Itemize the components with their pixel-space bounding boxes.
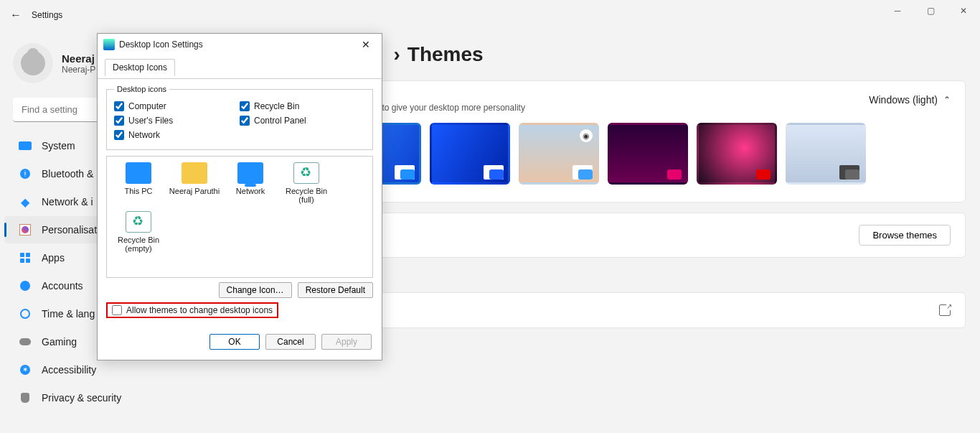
sidebar-item-privacy[interactable]: Privacy & security	[4, 384, 218, 411]
maximize-button[interactable]: ▢	[914, 0, 947, 22]
change-icon-button[interactable]: Change Icon…	[219, 282, 292, 298]
icon-this-pc[interactable]: This PC	[113, 162, 164, 204]
checkbox-controlpanel[interactable]: Control Panel	[240, 113, 365, 128]
checkbox-network[interactable]: Network	[114, 128, 240, 142]
icon-list: This PC Neeraj Paruthi Network Recycle B…	[106, 156, 373, 278]
theme-thumb[interactable]	[608, 123, 688, 185]
gamepad-icon	[19, 338, 31, 345]
monitor-icon	[19, 141, 32, 150]
chevron-right-icon: ›	[394, 43, 400, 66]
theme-thumb[interactable]	[786, 123, 866, 185]
browse-themes-button[interactable]: Browse themes	[859, 225, 951, 246]
dialog-tabstrip: Desktop Icons	[98, 55, 382, 79]
clock-icon	[20, 309, 30, 319]
icon-network[interactable]: Network	[225, 162, 276, 204]
sidebar-item-label: Apps	[42, 252, 65, 264]
restore-default-button[interactable]: Restore Default	[298, 282, 373, 298]
window-title: Settings	[32, 10, 62, 20]
group-legend: Desktop icons	[114, 85, 169, 93]
theme-thumb[interactable]	[430, 123, 510, 185]
back-button[interactable]: ←	[0, 9, 32, 22]
checkbox-recyclebin[interactable]: Recycle Bin	[240, 99, 365, 113]
current-theme-label: Windows (light)	[869, 94, 938, 106]
bluetooth-icon: ᚼ	[20, 169, 30, 179]
paintbrush-icon	[19, 224, 31, 236]
allow-themes-label: Allow themes to change desktop icons	[126, 305, 273, 315]
checkbox-computer[interactable]: Computer	[114, 99, 240, 113]
cancel-button[interactable]: Cancel	[265, 334, 316, 350]
camera-icon: ◉	[580, 129, 593, 142]
wifi-icon: ◆	[19, 195, 32, 208]
sidebar-item-label: Accounts	[42, 280, 83, 292]
dialog-body: Desktop icons Computer Recycle Bin User'…	[98, 79, 382, 327]
dialog-app-icon	[103, 39, 115, 50]
user-email: Neeraj-P	[62, 65, 95, 75]
user-name: Neeraj	[62, 52, 95, 65]
icon-recycle-full[interactable]: Recycle Bin (full)	[281, 162, 332, 204]
dialog-close-button[interactable]: ✕	[356, 39, 376, 50]
allow-themes-checkbox[interactable]	[112, 305, 122, 315]
open-external-icon	[939, 304, 951, 316]
sidebar-item-label: Privacy & security	[42, 392, 121, 404]
sidebar-item-label: Time & lang	[42, 308, 95, 320]
close-button[interactable]: ✕	[947, 0, 980, 22]
dialog-titlebar: Desktop Icon Settings ✕	[98, 34, 382, 55]
sidebar-item-label: Bluetooth &	[42, 168, 93, 180]
sidebar-item-label: Personalisat	[42, 224, 97, 236]
minimize-button[interactable]: ─	[881, 0, 914, 22]
titlebar: ← Settings	[0, 0, 980, 30]
sidebar-item-label: Network & i	[42, 196, 93, 208]
sidebar-item-label: Gaming	[42, 336, 77, 348]
desktop-icon-settings-dialog: Desktop Icon Settings ✕ Desktop Icons De…	[97, 33, 382, 360]
apply-button[interactable]: Apply	[321, 334, 372, 350]
apps-icon	[20, 253, 30, 263]
icon-recycle-empty[interactable]: Recycle Bin (empty)	[113, 211, 164, 253]
dialog-title: Desktop Icon Settings	[119, 39, 203, 50]
shield-icon	[21, 393, 29, 403]
accessibility-icon: ✶	[20, 365, 30, 375]
theme-thumb[interactable]	[697, 123, 777, 185]
page-title: Themes	[407, 43, 484, 66]
desktop-icons-group: Desktop icons Computer Recycle Bin User'…	[106, 85, 373, 150]
sidebar-item-label: System	[42, 140, 75, 152]
ok-button[interactable]: OK	[209, 334, 260, 350]
tab-desktop-icons[interactable]: Desktop Icons	[105, 59, 175, 76]
checkbox-userfiles[interactable]: User's Files	[114, 113, 240, 128]
person-icon	[20, 281, 30, 291]
avatar	[13, 43, 53, 83]
sidebar-item-label: Accessibility	[42, 364, 96, 376]
icon-user-folder[interactable]: Neeraj Paruthi	[169, 162, 220, 204]
chevron-up-icon[interactable]: ⌃	[943, 95, 951, 105]
allow-themes-highlight: Allow themes to change desktop icons	[106, 302, 278, 318]
dialog-footer: OK Cancel Apply	[98, 327, 382, 360]
theme-thumb[interactable]: ◉	[519, 123, 599, 185]
window-controls: ─ ▢ ✕	[881, 0, 980, 22]
